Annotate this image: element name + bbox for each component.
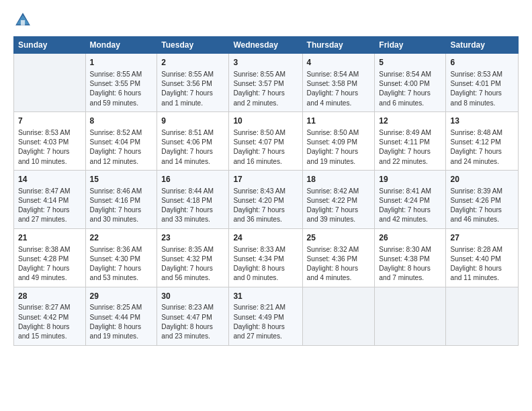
- day-number: 1: [90, 57, 153, 68]
- calendar-cell: 4Sunrise: 8:54 AMSunset: 3:58 PMDaylight…: [302, 54, 375, 112]
- calendar-table: SundayMondayTuesdayWednesdayThursdayFrid…: [13, 36, 519, 346]
- day-number: 23: [161, 232, 224, 244]
- calendar-cell: 3Sunrise: 8:55 AMSunset: 3:57 PMDaylight…: [229, 54, 302, 112]
- calendar-cell: 7Sunrise: 8:53 AMSunset: 4:03 PMDaylight…: [14, 111, 86, 170]
- calendar-cell: 15Sunrise: 8:46 AMSunset: 4:16 PMDayligh…: [85, 170, 157, 228]
- calendar-cell: 31Sunrise: 8:21 AMSunset: 4:49 PMDayligh…: [229, 287, 302, 345]
- day-info: Sunrise: 8:54 AMSunset: 4:00 PMDaylight:…: [379, 70, 441, 108]
- day-info: Sunrise: 8:25 AMSunset: 4:44 PMDaylight:…: [90, 303, 153, 341]
- day-info: Sunrise: 8:33 AMSunset: 4:34 PMDaylight:…: [233, 245, 298, 283]
- calendar-cell: 13Sunrise: 8:48 AMSunset: 4:12 PMDayligh…: [446, 111, 519, 170]
- calendar-row-4: 21Sunrise: 8:38 AMSunset: 4:28 PMDayligh…: [14, 228, 519, 287]
- day-info: Sunrise: 8:53 AMSunset: 4:03 PMDaylight:…: [18, 128, 81, 167]
- calendar-cell: 26Sunrise: 8:30 AMSunset: 4:38 PMDayligh…: [375, 228, 446, 287]
- day-info: Sunrise: 8:30 AMSunset: 4:38 PMDaylight:…: [379, 245, 441, 283]
- day-info: Sunrise: 8:39 AMSunset: 4:26 PMDaylight:…: [450, 187, 514, 225]
- day-number: 27: [450, 232, 514, 244]
- col-header-friday: Friday: [375, 37, 446, 54]
- day-number: 21: [18, 232, 81, 244]
- day-number: 3: [233, 57, 298, 68]
- day-info: Sunrise: 8:38 AMSunset: 4:28 PMDaylight:…: [18, 245, 81, 283]
- calendar-cell: [302, 287, 375, 345]
- col-header-thursday: Thursday: [302, 37, 375, 54]
- page: SundayMondayTuesdayWednesdayThursdayFrid…: [0, 0, 532, 411]
- col-header-monday: Monday: [85, 37, 157, 54]
- header-row: SundayMondayTuesdayWednesdayThursdayFrid…: [14, 37, 519, 54]
- day-number: 30: [161, 291, 224, 302]
- day-number: 11: [307, 116, 371, 127]
- calendar-cell: 19Sunrise: 8:41 AMSunset: 4:24 PMDayligh…: [375, 170, 446, 228]
- day-number: 15: [90, 174, 153, 185]
- day-info: Sunrise: 8:43 AMSunset: 4:20 PMDaylight:…: [233, 187, 298, 225]
- day-info: Sunrise: 8:50 AMSunset: 4:07 PMDaylight:…: [233, 128, 298, 167]
- calendar-cell: 12Sunrise: 8:49 AMSunset: 4:11 PMDayligh…: [375, 111, 446, 170]
- day-number: 13: [450, 116, 514, 127]
- day-number: 2: [161, 57, 224, 68]
- day-number: 12: [379, 116, 441, 127]
- day-number: 8: [90, 116, 153, 127]
- calendar-cell: 9Sunrise: 8:51 AMSunset: 4:06 PMDaylight…: [157, 111, 229, 170]
- day-info: Sunrise: 8:28 AMSunset: 4:40 PMDaylight:…: [450, 245, 514, 283]
- day-number: 4: [307, 57, 371, 68]
- day-info: Sunrise: 8:54 AMSunset: 3:58 PMDaylight:…: [307, 70, 371, 108]
- day-info: Sunrise: 8:49 AMSunset: 4:11 PMDaylight:…: [379, 128, 441, 167]
- calendar-cell: 6Sunrise: 8:53 AMSunset: 4:01 PMDaylight…: [446, 54, 519, 112]
- calendar-cell: 2Sunrise: 8:55 AMSunset: 3:56 PMDaylight…: [157, 54, 229, 112]
- calendar-cell: 28Sunrise: 8:27 AMSunset: 4:42 PMDayligh…: [14, 287, 86, 345]
- svg-rect-2: [21, 20, 25, 26]
- day-info: Sunrise: 8:50 AMSunset: 4:09 PMDaylight:…: [307, 128, 371, 167]
- calendar-row-5: 28Sunrise: 8:27 AMSunset: 4:42 PMDayligh…: [14, 287, 519, 345]
- day-info: Sunrise: 8:21 AMSunset: 4:49 PMDaylight:…: [233, 303, 298, 341]
- calendar-cell: [14, 54, 86, 112]
- day-number: 25: [307, 232, 371, 244]
- day-number: 31: [233, 291, 298, 302]
- day-info: Sunrise: 8:46 AMSunset: 4:16 PMDaylight:…: [90, 187, 153, 225]
- day-number: 26: [379, 232, 441, 244]
- day-info: Sunrise: 8:32 AMSunset: 4:36 PMDaylight:…: [307, 245, 371, 283]
- day-info: Sunrise: 8:44 AMSunset: 4:18 PMDaylight:…: [161, 187, 224, 225]
- day-number: 14: [18, 174, 81, 185]
- logo: [13, 11, 35, 30]
- calendar-cell: 11Sunrise: 8:50 AMSunset: 4:09 PMDayligh…: [302, 111, 375, 170]
- day-number: 10: [233, 116, 298, 127]
- day-info: Sunrise: 8:55 AMSunset: 3:57 PMDaylight:…: [233, 70, 298, 108]
- day-number: 19: [379, 174, 441, 185]
- calendar-cell: 8Sunrise: 8:52 AMSunset: 4:04 PMDaylight…: [85, 111, 157, 170]
- day-info: Sunrise: 8:51 AMSunset: 4:06 PMDaylight:…: [161, 128, 224, 167]
- calendar-cell: 30Sunrise: 8:23 AMSunset: 4:47 PMDayligh…: [157, 287, 229, 345]
- day-info: Sunrise: 8:23 AMSunset: 4:47 PMDaylight:…: [161, 303, 224, 341]
- calendar-cell: 23Sunrise: 8:35 AMSunset: 4:32 PMDayligh…: [157, 228, 229, 287]
- calendar-cell: [375, 287, 446, 345]
- calendar-cell: 18Sunrise: 8:42 AMSunset: 4:22 PMDayligh…: [302, 170, 375, 228]
- calendar-cell: 22Sunrise: 8:36 AMSunset: 4:30 PMDayligh…: [85, 228, 157, 287]
- calendar-cell: 27Sunrise: 8:28 AMSunset: 4:40 PMDayligh…: [446, 228, 519, 287]
- calendar-row-3: 14Sunrise: 8:47 AMSunset: 4:14 PMDayligh…: [14, 170, 519, 228]
- logo-icon: [13, 11, 32, 30]
- calendar-row-2: 7Sunrise: 8:53 AMSunset: 4:03 PMDaylight…: [14, 111, 519, 170]
- calendar-cell: 21Sunrise: 8:38 AMSunset: 4:28 PMDayligh…: [14, 228, 86, 287]
- day-info: Sunrise: 8:36 AMSunset: 4:30 PMDaylight:…: [90, 245, 153, 283]
- col-header-sunday: Sunday: [14, 37, 86, 54]
- day-number: 22: [90, 232, 153, 244]
- day-info: Sunrise: 8:42 AMSunset: 4:22 PMDaylight:…: [307, 187, 371, 225]
- day-info: Sunrise: 8:27 AMSunset: 4:42 PMDaylight:…: [18, 303, 81, 341]
- day-info: Sunrise: 8:35 AMSunset: 4:32 PMDaylight:…: [161, 245, 224, 283]
- calendar-cell: 17Sunrise: 8:43 AMSunset: 4:20 PMDayligh…: [229, 170, 302, 228]
- day-number: 6: [450, 57, 514, 68]
- day-info: Sunrise: 8:52 AMSunset: 4:04 PMDaylight:…: [90, 128, 153, 167]
- calendar-cell: 16Sunrise: 8:44 AMSunset: 4:18 PMDayligh…: [157, 170, 229, 228]
- day-number: 20: [450, 174, 514, 185]
- day-number: 7: [18, 116, 81, 127]
- calendar-cell: 10Sunrise: 8:50 AMSunset: 4:07 PMDayligh…: [229, 111, 302, 170]
- calendar-cell: 20Sunrise: 8:39 AMSunset: 4:26 PMDayligh…: [446, 170, 519, 228]
- day-info: Sunrise: 8:55 AMSunset: 3:56 PMDaylight:…: [161, 70, 224, 108]
- day-info: Sunrise: 8:48 AMSunset: 4:12 PMDaylight:…: [450, 128, 514, 167]
- day-info: Sunrise: 8:41 AMSunset: 4:24 PMDaylight:…: [379, 187, 441, 225]
- day-number: 24: [233, 232, 298, 244]
- day-info: Sunrise: 8:47 AMSunset: 4:14 PMDaylight:…: [18, 187, 81, 225]
- calendar-cell: 24Sunrise: 8:33 AMSunset: 4:34 PMDayligh…: [229, 228, 302, 287]
- calendar-cell: 25Sunrise: 8:32 AMSunset: 4:36 PMDayligh…: [302, 228, 375, 287]
- calendar-row-1: 1Sunrise: 8:55 AMSunset: 3:55 PMDaylight…: [14, 54, 519, 112]
- day-number: 28: [18, 291, 81, 302]
- day-number: 5: [379, 57, 441, 68]
